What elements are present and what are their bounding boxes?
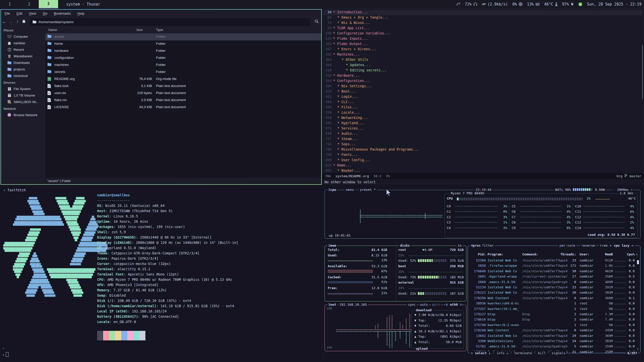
disks-label[interactable]: disks xyxy=(399,244,411,247)
process-row-178248[interactable]: 178248Web Content/nix/store/sm8fmrf3wps4… xyxy=(468,328,640,334)
org-heading-line[interactable]: 65* Emacs + Org + Tangle... xyxy=(323,15,642,21)
org-heading-line[interactable]: 461* Login... xyxy=(323,95,642,100)
search-button[interactable] xyxy=(315,19,319,24)
proc-header[interactable]: Pid:Program:Command:Threads:User:MemBCpu… xyxy=(468,252,640,258)
file-row-license[interactable]: LICENSE34,3 KiBPlain text document xyxy=(45,104,321,111)
sidebar-item-nambiar[interactable]: nambiar xyxy=(1,40,45,46)
column-header-type[interactable]: Type xyxy=(156,28,163,32)
emacs-scrollbar[interactable] xyxy=(642,45,643,99)
org-heading-line[interactable]: 534* Locale... xyxy=(323,110,642,116)
sort-selector[interactable]: ← cpu lazy → xyxy=(609,244,634,247)
workspace-button-2[interactable]: 2 xyxy=(19,0,39,8)
file-row-user-nix[interactable]: user.nix229 bytesPlain text document xyxy=(45,90,321,97)
reverse-toggle[interactable]: reverse xyxy=(580,244,596,247)
sidebar-item-nextcloud[interactable]: nextcloud xyxy=(1,72,45,79)
menu-edit[interactable]: Edit xyxy=(17,12,22,15)
proc-footer[interactable]: ↑ select ↓ ┘ info ↵ ┘ terminate ┘ kill ┘… xyxy=(470,351,567,355)
mem-tab[interactable]: 2mem xyxy=(327,244,337,247)
path-bar[interactable]: /home/nambiar/system/ xyxy=(30,18,310,26)
sidebar-item-browse-network[interactable]: Browse Network xyxy=(1,112,45,118)
org-heading-line[interactable]: 736* Sops... xyxy=(323,142,642,147)
net-tab[interactable]: 3net xyxy=(327,303,337,306)
file-row-home[interactable]: homeFolder xyxy=(45,40,321,48)
org-heading-line[interactable]: 303* Other Utils xyxy=(323,58,642,63)
file-row-machines[interactable]: machinesFolder xyxy=(45,62,321,69)
org-heading-line[interactable]: 34* Introduction... xyxy=(323,10,642,15)
org-heading-line[interactable]: 484* CLI... xyxy=(323,100,642,105)
org-heading-line[interactable]: 799* Fonts... xyxy=(323,153,642,158)
org-heading-line[interactable]: 671* Services... xyxy=(323,126,642,131)
process-row-179127[interactable]: 179127btopbtop2nambiar7.3M0.0 xyxy=(468,312,640,318)
list-header[interactable]: NameSizeType xyxy=(45,27,321,34)
waybar-module-battery[interactable]: 97% xyxy=(562,2,574,7)
waybar-module-volume[interactable]: 72% xyxy=(465,2,477,7)
org-heading-line[interactable]: 584* Hyprland... xyxy=(323,121,642,126)
org-heading-line[interactable]: 428* Boot... xyxy=(323,89,642,95)
process-row-178294[interactable]: 178294Web Content/nix/store/sm8fmrf3wps4… xyxy=(468,296,640,301)
sidebar-item-smallbox-wi-[interactable]: SMALLBOX Wi... xyxy=(1,99,45,105)
proc-tab[interactable]: 4proc xyxy=(470,244,482,247)
file-row-secrets[interactable]: secretsFolder xyxy=(45,69,321,76)
menu-bookmarks[interactable]: Bookmarks xyxy=(54,12,71,15)
org-heading-line[interactable]: 93* TLDR App List... xyxy=(323,26,642,31)
waybar-module-clock[interactable]: Sun, 28 Sep 2025 - 22:19 xyxy=(587,2,641,7)
sidebar-item-recent[interactable]: Recent xyxy=(1,46,45,53)
process-row-176646[interactable]: 176646Isolated Web Co/nix/store/sm8fmrf3… xyxy=(468,269,640,275)
sidebar-item-1-0-tb-volume[interactable]: 1,0 TB Volume xyxy=(1,92,45,99)
shell-prompt[interactable]: › xyxy=(2,352,9,357)
workspace-button-3[interactable]: 3 xyxy=(39,0,58,8)
io-label[interactable]: io xyxy=(457,244,463,247)
sidebar-item-wastebasket[interactable]: Wastebasket xyxy=(1,53,45,59)
tree-toggle[interactable]: tree xyxy=(599,244,609,247)
process-row-52368[interactable]: 52368Isolated Web Co/nix/store/sm8fmrf3w… xyxy=(468,258,640,264)
sidebar-item-file-system[interactable]: File System xyxy=(1,85,45,92)
org-heading-line[interactable]: 109* Configuration Variables... xyxy=(323,31,642,36)
column-header-size[interactable]: Size xyxy=(136,28,143,32)
home-button[interactable] xyxy=(21,19,27,24)
process-row-178616[interactable]: 178616btopbtop2nambiar7.4M0.0 xyxy=(468,318,640,323)
waybar-module-status[interactable] xyxy=(578,2,582,6)
file-row-flake-lock[interactable]: flake.lock3,1 KiBPlain text document xyxy=(45,83,321,90)
file-row-assets[interactable]: assetsFolder xyxy=(45,33,321,40)
net-auto-toggle[interactable]: auto xyxy=(419,303,429,306)
update-interval[interactable]: - 2000ms + xyxy=(612,188,634,192)
net-iface[interactable]: ←b eth0 n→ xyxy=(443,303,465,306)
org-heading-line[interactable]: 162* Flake Output... xyxy=(323,42,642,47)
org-heading-line[interactable]: 717* Steam... xyxy=(323,137,642,142)
process-row-176223[interactable]: 176223Isolated Web Co/nix/store/sm8fmrf3… xyxy=(468,291,640,296)
process-row-2601[interactable]: 2601.Hyprland-wrapp/run/current-system/s… xyxy=(468,275,640,280)
proc-scrollbar[interactable] xyxy=(637,260,639,264)
waybar-module-cpu[interactable]: 0% xyxy=(512,2,522,7)
menu-button[interactable]: menu xyxy=(345,188,355,192)
org-heading-line[interactable]: 121* Flake Inputs... xyxy=(323,36,642,42)
file-row-hardware[interactable]: hardwareFolder xyxy=(45,48,321,55)
process-row-51762[interactable]: 51762.emacs-31.0.50-/nix/store/wnqz5pa8r… xyxy=(468,344,640,350)
forward-button[interactable]: → xyxy=(8,19,14,24)
process-row-13642[interactable]: 13642Isolated Web Co/nix/store/sm8fmrf3w… xyxy=(468,334,640,339)
menu-go[interactable]: Go xyxy=(43,12,47,15)
filter-button[interactable]: filter xyxy=(481,244,495,247)
per-core-toggle[interactable]: per-core xyxy=(558,244,576,247)
sidebar-item-projects[interactable]: projects xyxy=(1,66,45,72)
waybar-module-temperature[interactable]: 46°C xyxy=(544,2,557,7)
org-heading-line[interactable]: 825* Home... xyxy=(323,163,642,168)
file-row-readme-org[interactable]: README.org76,4 KiBOrg-mode file xyxy=(45,76,321,83)
scroll-down-icon[interactable]: ↓ xyxy=(637,347,639,350)
net-zero-toggle[interactable]: zero xyxy=(431,303,441,306)
org-heading-line[interactable]: 764* Miscellaneous Packages and Programs… xyxy=(323,147,642,153)
sidebar-item-computer[interactable]: Computer xyxy=(1,33,45,40)
preset-button[interactable]: preset * xyxy=(359,188,377,192)
process-row-2658[interactable]: 2658.firefox-wrappe/nix/store/sm8fmrf3wp… xyxy=(468,264,640,269)
column-header-name[interactable]: Name xyxy=(48,28,57,32)
org-heading-line[interactable]: 499* Files... xyxy=(323,105,642,110)
menu-view[interactable]: View xyxy=(29,12,36,15)
file-row-flake-nix[interactable]: flake.nix2,5 KiBPlain text document xyxy=(45,97,321,104)
back-button[interactable]: ← xyxy=(1,19,8,24)
cpu-tab[interactable]: 1cpu xyxy=(327,188,337,192)
waybar-module-memory[interactable]: 13% xyxy=(527,2,540,7)
menu-help[interactable]: Help xyxy=(77,12,85,15)
up-button[interactable]: ↑ xyxy=(14,19,21,24)
menu-file[interactable]: File xyxy=(5,12,10,15)
org-heading-line[interactable]: 310* Editing secrets... xyxy=(323,68,642,73)
org-heading-line[interactable]: 344* Configuration... xyxy=(323,79,642,84)
